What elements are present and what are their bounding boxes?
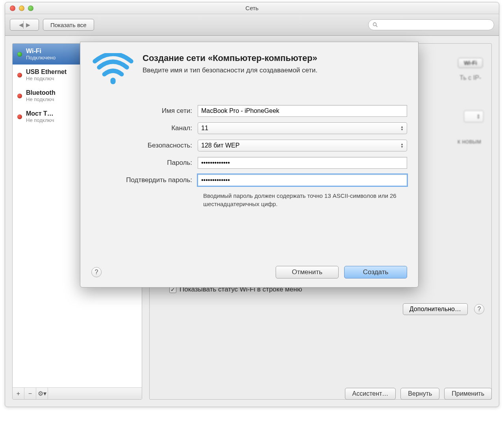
status-dot-icon [17, 114, 22, 119]
select-arrows-icon: ▲▼ [400, 143, 404, 148]
blurred-text: Ть с IP- [460, 74, 481, 81]
channel-select[interactable]: 11 ▲▼ [198, 122, 407, 134]
sheet-form: Имя сети: Канал: 11 ▲▼ Безопасность: 128… [91, 105, 407, 208]
forward-icon: ▶ [26, 22, 30, 28]
show-all-button[interactable]: Показать все [43, 19, 94, 31]
revert-button[interactable]: Вернуть [400, 388, 439, 400]
svg-line-1 [376, 26, 378, 27]
help-button[interactable]: ? [474, 304, 484, 314]
svg-point-2 [110, 78, 115, 83]
password-input[interactable] [198, 157, 407, 169]
svg-point-0 [373, 23, 376, 26]
toggle-wifi-button[interactable]: Wi-Fi [458, 58, 483, 68]
sheet-footer: ? Отменить Создать [91, 266, 407, 278]
sidebar-item-status: Не подключ [26, 96, 56, 102]
security-value: 128 бит WEP [201, 142, 239, 149]
blurred-select: ▲▼ [464, 111, 484, 122]
sidebar-item-status: Подключено [26, 55, 56, 61]
nav-back-forward[interactable]: ◀ ▶ [10, 19, 39, 31]
security-select[interactable]: 128 бит WEP ▲▼ [198, 140, 407, 151]
sidebar-item-name: Wi-Fi [26, 48, 56, 55]
search-icon [372, 22, 378, 28]
create-button[interactable]: Создать [344, 266, 407, 278]
status-dot-icon [17, 94, 22, 98]
advanced-button[interactable]: Дополнительно… [403, 303, 468, 315]
password-hint: Вводимый пароль должен содержать точно 1… [203, 192, 407, 208]
channel-value: 11 [201, 125, 208, 132]
back-icon: ◀ [19, 22, 23, 28]
remove-service-button[interactable]: − [24, 388, 36, 399]
blurred-text: ▲▼ [464, 111, 484, 122]
network-name-label: Имя сети: [91, 107, 198, 115]
confirm-password-input[interactable] [198, 174, 407, 186]
sidebar-item-name: Bluetooth [26, 89, 56, 96]
wifi-icon [91, 53, 135, 90]
blurred-text: Wi-Fi [458, 58, 483, 68]
status-dot-icon [17, 73, 22, 77]
titlebar: Сеть [5, 2, 499, 14]
sidebar-item-name: USB Ethernet [26, 68, 67, 76]
nav-separator [23, 21, 24, 29]
add-service-button[interactable]: + [13, 388, 24, 399]
channel-label: Канал: [91, 124, 198, 132]
window-title: Сеть [5, 5, 499, 11]
sidebar-item-status: Не подключ [26, 76, 67, 81]
sheet-help-button[interactable]: ? [91, 267, 102, 277]
sidebar-item-status: Не подключ [26, 117, 54, 123]
create-network-sheet: Создание сети «Компьютер-компьютер» Введ… [80, 42, 419, 288]
bottom-action-bar: Ассистент… Вернуть Применить [345, 388, 492, 400]
network-prefs-window: Сеть ◀ ▶ Показать все Wi-Fi Подключено [5, 2, 499, 407]
blurred-text: к новым [458, 138, 481, 145]
assistant-button[interactable]: Ассистент… [345, 388, 396, 400]
confirm-password-label: Подтвердить пароль: [91, 176, 198, 184]
apply-button[interactable]: Применить [444, 388, 492, 400]
security-label: Безопасность: [91, 142, 198, 149]
search-field[interactable] [368, 19, 494, 30]
network-name-input[interactable] [198, 105, 407, 117]
status-dot-icon [17, 52, 22, 57]
service-actions-button[interactable]: ⚙▾ [36, 388, 48, 399]
sheet-header: Создание сети «Компьютер-компьютер» Введ… [91, 53, 407, 90]
cancel-button[interactable]: Отменить [276, 266, 339, 278]
toolbar: ◀ ▶ Показать все [5, 14, 499, 36]
password-label: Пароль: [91, 159, 198, 167]
select-arrows-icon: ▲▼ [400, 125, 404, 131]
sheet-subtitle: Введите имя и тип безопасности для созда… [143, 66, 317, 74]
sidebar-footer: + − ⚙▾ [13, 387, 142, 399]
sheet-title: Создание сети «Компьютер-компьютер» [143, 53, 317, 63]
sidebar-item-name: Мост T… [26, 110, 54, 117]
